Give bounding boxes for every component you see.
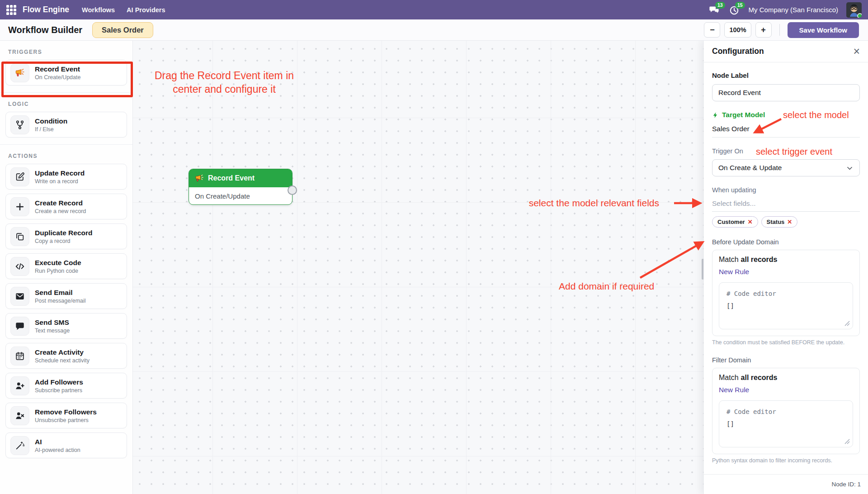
- zoom-out-button[interactable]: −: [704, 22, 720, 38]
- palette-item-subtitle: Post message/email: [35, 298, 86, 304]
- user-x-icon: [10, 406, 29, 425]
- target-model-value[interactable]: Sales Order: [712, 125, 860, 138]
- record-event-node[interactable]: Record Event On Create/Update: [189, 169, 292, 205]
- chevron-down-icon: [846, 164, 854, 172]
- node-title: Record Event: [208, 174, 255, 182]
- palette-item-ai[interactable]: AI AI-powered action: [5, 432, 127, 458]
- section-label-logic: LOGIC: [8, 101, 124, 107]
- top-navbar: Flow Engine Workflows AI Providers 13 15…: [0, 0, 868, 19]
- edit-icon: [10, 167, 29, 186]
- palette-item-condition[interactable]: Condition If / Else: [5, 112, 127, 138]
- field-tag-customer[interactable]: Customer ✕: [712, 216, 758, 228]
- user-avatar[interactable]: [846, 2, 862, 18]
- palette-item-title: Add Followers: [35, 378, 83, 386]
- palette-item-add-followers[interactable]: Add Followers Subscribe partners: [5, 373, 127, 399]
- remove-tag-icon[interactable]: ✕: [787, 218, 792, 225]
- palette-item-title: Create Activity: [35, 348, 90, 356]
- filter-domain-helper-text: Python syntax domain to filter incoming …: [712, 457, 860, 464]
- section-divider: [0, 92, 132, 93]
- node-label-input[interactable]: [712, 84, 860, 101]
- filter-domain-code-editor[interactable]: # Code editor []: [719, 400, 853, 447]
- palette-item-send-email[interactable]: Send Email Post message/email: [5, 283, 127, 309]
- palette-item-title: Condition: [35, 117, 67, 125]
- close-icon[interactable]: ×: [853, 46, 860, 57]
- branch-icon: [10, 115, 29, 134]
- palette-item-title: AI: [35, 437, 80, 446]
- activities-icon[interactable]: 15: [729, 5, 741, 15]
- select-fields-input[interactable]: Select fields...: [712, 200, 860, 212]
- model-badge: Sales Order: [92, 22, 153, 38]
- code-icon: [10, 257, 29, 276]
- workflow-builder-app: Flow Engine Workflows AI Providers 13 15…: [0, 0, 868, 494]
- company-switcher[interactable]: My Company (San Francisco): [749, 6, 838, 14]
- nav-item-ai-providers[interactable]: AI Providers: [127, 6, 165, 14]
- match-all-records-text: Matchall records: [719, 374, 853, 382]
- palette-item-title: Update Record: [35, 169, 85, 177]
- nav-item-workflows[interactable]: Workflows: [82, 6, 115, 14]
- activities-count-badge: 15: [735, 2, 745, 9]
- palette-item-execute-code[interactable]: Execute Code Run Python code: [5, 253, 127, 279]
- palette-item-send-sms[interactable]: Send SMS Text message: [5, 313, 127, 339]
- app-name[interactable]: Flow Engine: [23, 5, 69, 14]
- palette-item-subtitle: Copy a record: [35, 238, 92, 244]
- palette-item-create-record[interactable]: Create Record Create a new record: [5, 194, 127, 219]
- tag-label: Customer: [717, 218, 745, 225]
- palette-item-title: Create Record: [35, 199, 86, 207]
- palette-item-duplicate-record[interactable]: Duplicate Record Copy a record: [5, 223, 127, 249]
- section-divider: [0, 144, 132, 145]
- resize-handle-icon[interactable]: [844, 321, 850, 326]
- trigger-on-label: Trigger On: [712, 147, 860, 155]
- toolbar-divider: [779, 24, 780, 36]
- messages-icon[interactable]: 13: [709, 5, 721, 15]
- palette-item-subtitle: On Create/Update: [35, 74, 80, 81]
- resize-handle-icon[interactable]: [844, 439, 850, 444]
- field-tag-status[interactable]: Status ✕: [761, 216, 798, 228]
- node-header: Record Event: [189, 169, 292, 187]
- palette-item-update-record[interactable]: Update Record Write on a record: [5, 164, 127, 190]
- palette-item-subtitle: Unsubscribe partners: [35, 417, 97, 423]
- palette-item-subtitle: Write on a record: [35, 178, 85, 185]
- filter-domain-label: Filter Domain: [712, 356, 860, 364]
- node-label-label: Node Label: [712, 71, 860, 79]
- section-label-triggers: TRIGGERS: [8, 49, 124, 55]
- palette-item-title: Send SMS: [35, 318, 70, 327]
- builder-toolbar: Workflow Builder Sales Order − 100% + Sa…: [0, 19, 868, 41]
- before-update-domain-label: Before Update Domain: [712, 238, 860, 246]
- filter-domain-group: Matchall records New Rule # Code editor …: [712, 368, 860, 454]
- zoom-in-button[interactable]: +: [755, 22, 772, 38]
- before-update-code-editor[interactable]: # Code editor []: [719, 282, 853, 329]
- section-label-actions: ACTIONS: [8, 153, 124, 159]
- calendar-icon: [10, 347, 29, 366]
- lightning-bolt-icon: [712, 112, 719, 119]
- megaphone-icon: [195, 174, 204, 183]
- plus-icon: [10, 197, 29, 216]
- trigger-on-select[interactable]: On Create & Update: [712, 159, 860, 176]
- palette-item-create-activity[interactable]: Create Activity Schedule next activity: [5, 343, 127, 369]
- tag-label: Status: [767, 218, 785, 225]
- palette-item-title: Execute Code: [35, 258, 81, 267]
- panel-footer: Node ID: 1: [704, 474, 868, 494]
- zoom-level[interactable]: 100%: [724, 22, 751, 38]
- new-rule-link[interactable]: New Rule: [719, 268, 749, 276]
- code-comment: # Code editor: [726, 408, 845, 415]
- apps-grid-icon[interactable]: [6, 5, 16, 15]
- flow-canvas[interactable]: Record Event On Create/Update: [133, 41, 706, 494]
- palette-item-record-event[interactable]: Record Event On Create/Update: [5, 60, 127, 86]
- palette-item-subtitle: Text message: [35, 328, 70, 334]
- palette-item-subtitle: Schedule next activity: [35, 357, 90, 364]
- before-update-helper-text: The condition must be satisfied BEFORE t…: [712, 339, 860, 346]
- new-rule-link[interactable]: New Rule: [719, 386, 749, 394]
- node-output-port[interactable]: [288, 185, 297, 195]
- palette-item-remove-followers[interactable]: Remove Followers Unsubscribe partners: [5, 403, 127, 428]
- before-update-domain-group: Matchall records New Rule # Code editor …: [712, 250, 860, 336]
- target-model-label: Target Model: [722, 111, 765, 119]
- configuration-panel: Configuration × Node Label Target Model …: [703, 41, 868, 494]
- online-status-dot: [857, 13, 862, 18]
- palette-item-title: Record Event: [35, 65, 80, 73]
- palette-item-subtitle: Run Python code: [35, 268, 81, 274]
- save-workflow-button[interactable]: Save Workflow: [788, 22, 859, 38]
- remove-tag-icon[interactable]: ✕: [748, 218, 753, 225]
- trigger-on-value: On Create & Update: [718, 164, 782, 172]
- palette-item-subtitle: Subscribe partners: [35, 387, 83, 394]
- code-value: []: [726, 420, 845, 428]
